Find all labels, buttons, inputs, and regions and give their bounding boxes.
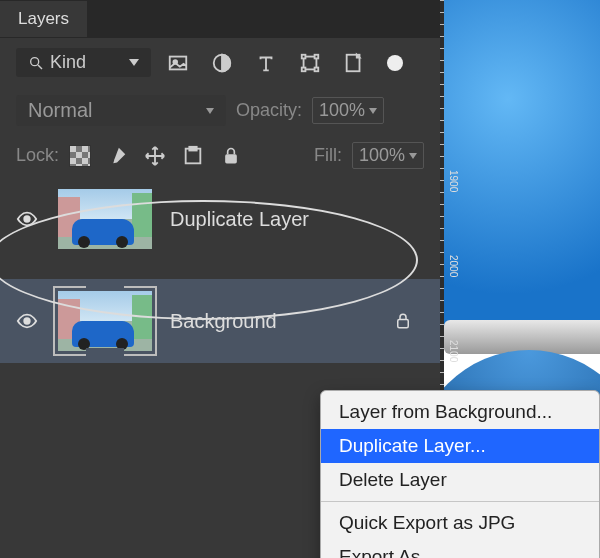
- visibility-eye-icon[interactable]: [14, 208, 40, 230]
- svg-point-15: [24, 318, 30, 324]
- filter-adjustment-icon[interactable]: [211, 52, 233, 74]
- lock-all-icon[interactable]: [219, 144, 243, 168]
- filter-shape-icon[interactable]: [299, 52, 321, 74]
- lock-brush-icon[interactable]: [105, 144, 129, 168]
- blend-mode-dropdown[interactable]: Normal: [16, 95, 226, 126]
- lock-row: Lock: Fill: 100%: [0, 134, 440, 177]
- chevron-down-icon: [206, 108, 214, 114]
- ctx-duplicate-layer[interactable]: Duplicate Layer...: [321, 429, 599, 463]
- ctx-layer-from-background[interactable]: Layer from Background...: [321, 395, 599, 429]
- svg-rect-12: [189, 146, 196, 150]
- filter-smartobject-icon[interactable]: [343, 52, 365, 74]
- blend-mode-row: Normal Opacity: 100%: [0, 87, 440, 134]
- svg-point-14: [24, 216, 30, 222]
- filter-kind-label: Kind: [50, 52, 86, 73]
- chevron-down-icon: [129, 59, 139, 66]
- fill-label: Fill:: [314, 145, 342, 166]
- layer-row-duplicate[interactable]: Duplicate Layer: [0, 177, 440, 261]
- layer-thumbnail[interactable]: [58, 291, 152, 351]
- lock-artboard-icon[interactable]: [181, 144, 205, 168]
- svg-rect-7: [315, 54, 319, 58]
- svg-point-0: [31, 57, 39, 65]
- visibility-eye-icon[interactable]: [14, 310, 40, 332]
- chevron-down-icon: [409, 153, 417, 159]
- svg-line-1: [38, 65, 42, 69]
- ruler-mark: 1900: [448, 170, 459, 192]
- filter-kind-dropdown[interactable]: Kind: [16, 48, 151, 77]
- svg-rect-6: [302, 54, 306, 58]
- search-icon: [28, 55, 44, 71]
- layer-thumbnail[interactable]: [58, 189, 152, 249]
- layer-name[interactable]: Duplicate Layer: [170, 208, 309, 231]
- panel-tabbar: Layers: [0, 0, 440, 38]
- layer-name[interactable]: Background: [170, 310, 277, 333]
- opacity-label: Opacity:: [236, 100, 302, 121]
- chevron-down-icon: [369, 108, 377, 114]
- ctx-delete-layer[interactable]: Delete Layer: [321, 463, 599, 497]
- ctx-quick-export[interactable]: Quick Export as JPG: [321, 506, 599, 540]
- photo-chrome: [444, 320, 600, 354]
- opacity-value: 100%: [319, 100, 365, 121]
- ruler-mark: 2100: [448, 340, 459, 362]
- svg-rect-16: [398, 320, 409, 328]
- fill-input[interactable]: 100%: [352, 142, 424, 169]
- opacity-input[interactable]: 100%: [312, 97, 384, 124]
- filter-toggle-switch[interactable]: [387, 55, 403, 71]
- layer-context-menu: Layer from Background... Duplicate Layer…: [320, 390, 600, 558]
- layer-filter-row: Kind: [0, 38, 440, 87]
- photo-car-body: [444, 0, 600, 330]
- lock-icon: [394, 312, 412, 330]
- lock-transparency-icon[interactable]: [69, 145, 91, 167]
- lock-label: Lock:: [16, 145, 59, 166]
- layer-row-background[interactable]: Background: [0, 279, 440, 363]
- tab-layers[interactable]: Layers: [0, 1, 87, 37]
- filter-pixel-icon[interactable]: [167, 52, 189, 74]
- svg-rect-9: [315, 67, 319, 71]
- svg-rect-13: [225, 154, 237, 163]
- svg-rect-8: [302, 67, 306, 71]
- ruler-mark: 2000: [448, 255, 459, 277]
- context-menu-separator: [321, 501, 599, 502]
- lock-move-icon[interactable]: [143, 144, 167, 168]
- ctx-export-as[interactable]: Export As...: [321, 540, 599, 558]
- fill-value: 100%: [359, 145, 405, 166]
- blend-mode-value: Normal: [28, 99, 92, 122]
- filter-type-icon[interactable]: [255, 52, 277, 74]
